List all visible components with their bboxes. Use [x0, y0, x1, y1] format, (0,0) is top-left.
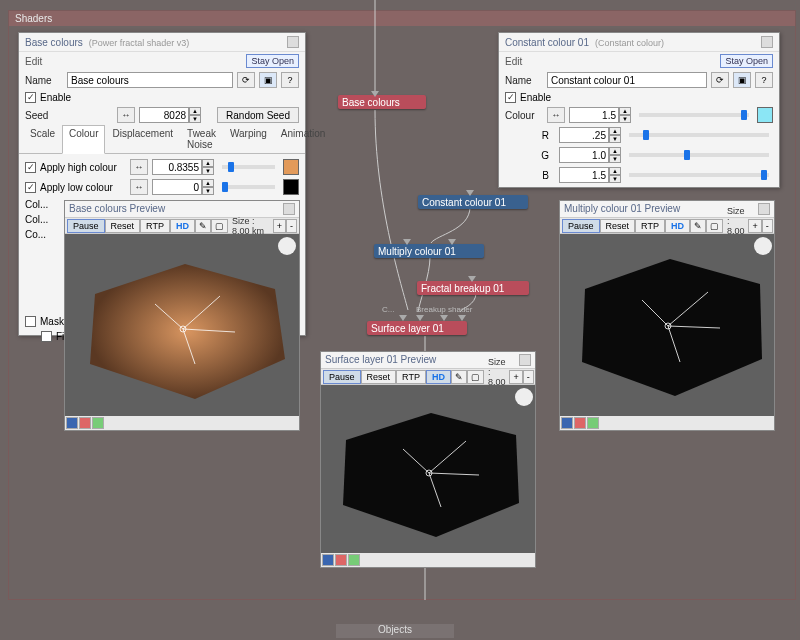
brush-icon[interactable]: ✎ — [195, 219, 211, 233]
edit-label[interactable]: Edit — [25, 56, 42, 67]
close-icon[interactable] — [283, 203, 295, 215]
view-persp-icon[interactable] — [561, 417, 573, 429]
view-shade-icon[interactable] — [587, 417, 599, 429]
random-seed-button[interactable]: Random Seed — [217, 107, 299, 123]
close-icon[interactable] — [758, 203, 770, 215]
plus-button[interactable]: + — [748, 219, 761, 233]
spin-up[interactable]: ▲ — [202, 159, 214, 167]
plus-button[interactable]: + — [273, 219, 286, 233]
rtp-button[interactable]: RTP — [396, 370, 426, 384]
hd-button[interactable]: HD — [426, 370, 451, 384]
g-input[interactable] — [559, 147, 609, 163]
reset-button[interactable]: Reset — [600, 219, 636, 233]
ruler-icon[interactable]: ↔ — [130, 179, 148, 195]
pause-button[interactable]: Pause — [67, 219, 105, 233]
name-input[interactable] — [67, 72, 233, 88]
name-input[interactable] — [547, 72, 707, 88]
minus-button[interactable]: - — [523, 370, 534, 384]
spin-up[interactable]: ▲ — [619, 107, 631, 115]
colour-swatch[interactable] — [757, 107, 773, 123]
enable-checkbox[interactable] — [25, 92, 36, 103]
spin-down[interactable]: ▼ — [202, 167, 214, 175]
low-value-input[interactable] — [152, 179, 202, 195]
tab-displacement[interactable]: Displacement — [105, 125, 180, 153]
tab-tweak-noise[interactable]: Tweak Noise — [180, 125, 223, 153]
spin-up[interactable]: ▲ — [609, 167, 621, 175]
spin-down[interactable]: ▼ — [609, 135, 621, 143]
refresh-icon[interactable]: ⟳ — [237, 72, 255, 88]
spin-down[interactable]: ▼ — [189, 115, 201, 123]
enable-checkbox[interactable] — [505, 92, 516, 103]
tab-animation[interactable]: Animation — [274, 125, 332, 153]
box-icon[interactable]: ▢ — [211, 219, 228, 233]
stay-open-button[interactable]: Stay Open — [246, 54, 299, 68]
help-icon[interactable]: ? — [755, 72, 773, 88]
preview-viewport[interactable] — [560, 234, 774, 416]
brush-icon[interactable]: ✎ — [690, 219, 706, 233]
ruler-icon[interactable]: ↔ — [547, 107, 565, 123]
refresh-icon[interactable]: ⟳ — [711, 72, 729, 88]
view-shade-icon[interactable] — [92, 417, 104, 429]
box-icon[interactable]: ▢ — [467, 370, 484, 384]
tab-warping[interactable]: Warping — [223, 125, 274, 153]
b-input[interactable] — [559, 167, 609, 183]
high-value-input[interactable] — [152, 159, 202, 175]
apply-low-checkbox[interactable] — [25, 182, 36, 193]
brush-icon[interactable]: ✎ — [451, 370, 467, 384]
preview-viewport[interactable] — [65, 234, 299, 416]
edit-label[interactable]: Edit — [505, 56, 522, 67]
colour-value-input[interactable] — [569, 107, 619, 123]
high-colour-swatch[interactable] — [283, 159, 299, 175]
view-top-icon[interactable] — [574, 417, 586, 429]
pause-button[interactable]: Pause — [323, 370, 361, 384]
node-constant-colour[interactable]: Constant colour 01 — [418, 195, 528, 209]
preview-viewport[interactable] — [321, 385, 535, 553]
view-top-icon[interactable] — [335, 554, 347, 566]
box-icon[interactable]: ▢ — [706, 219, 723, 233]
expand-icon[interactable]: ▣ — [259, 72, 277, 88]
plus-button[interactable]: + — [509, 370, 522, 384]
fit-checkbox[interactable] — [41, 331, 52, 342]
gear-icon[interactable] — [515, 388, 533, 406]
spin-down[interactable]: ▼ — [202, 187, 214, 195]
expand-icon[interactable]: ▣ — [733, 72, 751, 88]
close-icon[interactable] — [519, 354, 531, 366]
pause-button[interactable]: Pause — [562, 219, 600, 233]
apply-high-checkbox[interactable] — [25, 162, 36, 173]
ruler-icon[interactable]: ↔ — [117, 107, 135, 123]
r-input[interactable] — [559, 127, 609, 143]
hd-button[interactable]: HD — [665, 219, 690, 233]
rtp-button[interactable]: RTP — [635, 219, 665, 233]
close-icon[interactable] — [761, 36, 773, 48]
node-surface-layer[interactable]: Surface layer 01 — [367, 321, 467, 335]
view-persp-icon[interactable] — [66, 417, 78, 429]
ruler-icon[interactable]: ↔ — [130, 159, 148, 175]
spin-down[interactable]: ▼ — [609, 155, 621, 163]
node-fractal-breakup[interactable]: Fractal breakup 01 — [417, 281, 529, 295]
gear-icon[interactable] — [278, 237, 296, 255]
stay-open-button[interactable]: Stay Open — [720, 54, 773, 68]
spin-up[interactable]: ▲ — [189, 107, 201, 115]
mask-checkbox[interactable] — [25, 316, 36, 327]
view-shade-icon[interactable] — [348, 554, 360, 566]
spin-up[interactable]: ▲ — [202, 179, 214, 187]
view-persp-icon[interactable] — [322, 554, 334, 566]
spin-up[interactable]: ▲ — [609, 127, 621, 135]
low-colour-swatch[interactable] — [283, 179, 299, 195]
help-icon[interactable]: ? — [281, 72, 299, 88]
view-top-icon[interactable] — [79, 417, 91, 429]
spin-down[interactable]: ▼ — [609, 175, 621, 183]
minus-button[interactable]: - — [286, 219, 297, 233]
node-multiply-colour[interactable]: Multiply colour 01 — [374, 244, 484, 258]
reset-button[interactable]: Reset — [105, 219, 141, 233]
tab-scale[interactable]: Scale — [23, 125, 62, 153]
spin-down[interactable]: ▼ — [619, 115, 631, 123]
gear-icon[interactable] — [754, 237, 772, 255]
spin-up[interactable]: ▲ — [609, 147, 621, 155]
reset-button[interactable]: Reset — [361, 370, 397, 384]
close-icon[interactable] — [287, 36, 299, 48]
node-base-colours[interactable]: Base colours — [338, 95, 426, 109]
minus-button[interactable]: - — [762, 219, 773, 233]
rtp-button[interactable]: RTP — [140, 219, 170, 233]
tab-colour[interactable]: Colour — [62, 125, 105, 154]
